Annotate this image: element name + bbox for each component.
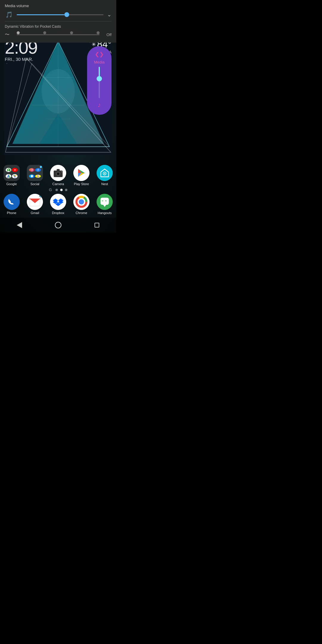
volume-row: 🎵 ⌄ [5,11,112,18]
hangouts-svg: " " [97,194,113,210]
volume-slider-fill [17,14,64,15]
social-folder-icon: f 👻 [27,165,43,181]
volume-slider-thumb[interactable] [64,12,69,17]
app-item-nest[interactable]: Nest [95,165,115,186]
google-folder-icon [4,165,20,181]
svg-point-9 [16,91,17,91]
messenger-mini-icon [29,174,35,178]
page-dot-1 [60,189,63,191]
vibration-slider-track[interactable] [17,34,100,35]
svg-point-67 [79,199,84,205]
popup-slider-thumb[interactable] [97,76,102,81]
svg-point-39 [57,173,59,175]
vibration-icon: 〜 [5,32,13,38]
phone-icon [4,194,20,210]
app-item-chrome[interactable]: Chrome [71,194,92,215]
app-item-dropbox[interactable]: Dropbox [48,194,68,215]
dropbox-app-name: Dropbox [52,211,64,215]
popup-music-icon: ♪ [98,101,101,109]
popup-media-label: Media [94,60,104,64]
camera-svg [50,165,66,181]
dropbox-svg [50,194,66,210]
social-app-name: Social [30,182,39,186]
divider [5,21,112,21]
playstore-icon [73,165,89,181]
camera-app-name: Camera [52,182,64,186]
gmail-notification-dot [39,194,42,197]
vibration-row: 〜 Off [5,32,112,38]
facebook-mini-icon: f [35,168,41,172]
apps-row-2: Phone Gmail [0,194,116,215]
home-button[interactable] [51,218,66,233]
dropbox-icon [50,194,66,210]
svg-text:": " [102,200,103,204]
app-item-camera[interactable]: Camera [48,165,68,186]
popup-arrows-icon: ❮❯ [95,51,104,58]
instagram-mini-icon [29,168,35,172]
volume-panel-label: Media volume [5,4,112,8]
recents-icon [95,223,99,227]
svg-point-23 [8,169,9,170]
youtube-mini-icon [12,168,18,172]
svg-point-58 [50,194,66,210]
app-item-hangouts[interactable]: " " Hangouts [95,194,115,215]
app-item-playstore[interactable]: Play Store [71,165,92,186]
popup-slider-track[interactable] [99,67,100,98]
page-g-label: G [49,188,52,192]
svg-point-49 [104,173,105,174]
chrome-icon [73,194,89,210]
back-icon [17,222,22,228]
apps-container: Google f 👻 [0,165,116,216]
volume-slider-track[interactable] [17,14,103,15]
google-app-name: Google [6,182,17,186]
svg-point-31 [14,176,15,177]
svg-rect-40 [57,169,60,171]
vibration-dots [17,34,100,36]
svg-point-29 [15,175,16,176]
snapchat-mini-icon: 👻 [35,175,41,178]
svg-point-50 [4,194,20,210]
app-item-gmail[interactable]: Gmail [25,194,45,215]
hangouts-app-name: Hangouts [97,211,112,215]
nest-icon [97,165,113,181]
photos-mini-icon [12,174,18,178]
svg-point-41 [61,171,62,172]
svg-text:": " [105,200,107,204]
apps-row-1: Google f 👻 [0,165,116,186]
svg-marker-24 [14,169,16,171]
phone-svg [4,194,20,210]
home-icon [55,222,61,228]
social-notification-dot [39,165,42,168]
gmail-icon [27,194,43,210]
app-item-phone[interactable]: Phone [1,194,22,215]
svg-point-33 [31,169,32,171]
svg-point-30 [13,175,15,176]
volume-chevron-icon[interactable]: ⌄ [107,11,112,18]
vibration-off-label: Off [103,32,112,37]
music-bluetooth-icon: 🎵 [5,11,13,18]
camera-icon [50,165,66,181]
app-item-social[interactable]: f 👻 Social [25,165,45,186]
back-button[interactable] [12,218,27,233]
app-item-google[interactable]: Google [1,165,22,186]
playstore-app-name: Play Store [74,182,89,186]
page-indicator: G [0,188,116,192]
svg-marker-27 [7,175,9,177]
navigation-bar [0,218,116,233]
chrome-app-name: Chrome [75,211,87,215]
svg-point-34 [32,169,32,169]
playstore-svg [73,165,89,181]
gmail-app-name: Gmail [31,211,39,215]
svg-point-8 [7,63,7,64]
svg-marker-26 [9,175,10,177]
drive-mini-icon [6,174,11,178]
phone-app-name: Phone [7,211,16,215]
hangouts-icon: " " [97,194,113,210]
recents-button[interactable] [89,218,104,233]
page-dot-2 [65,189,67,191]
page-dot-0 [55,189,58,191]
nest-app-name: Nest [101,182,108,186]
maps-mini-icon [6,168,11,172]
nest-svg [97,165,113,181]
volume-popup: ❮❯ Media ♪ [87,46,112,115]
